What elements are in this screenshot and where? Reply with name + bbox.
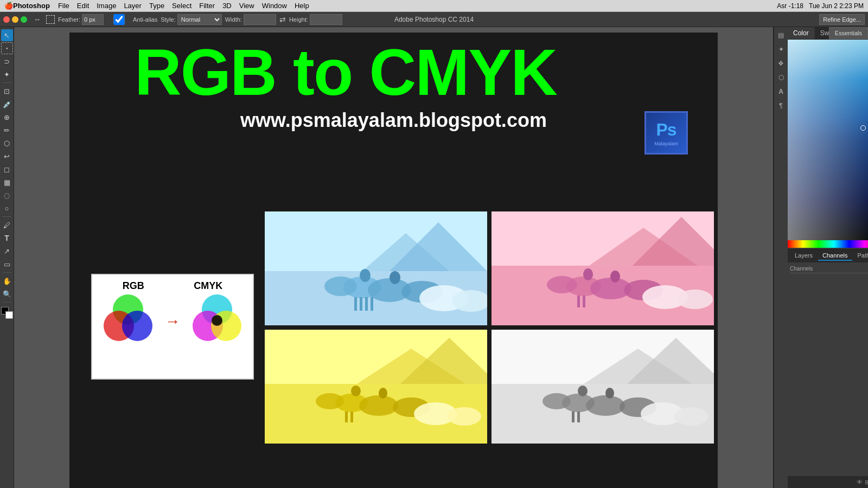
tab-layers[interactable]: Layers — [790, 251, 817, 261]
svg-rect-63 — [572, 412, 575, 422]
tool-dodge[interactable]: ○ — [1, 202, 13, 214]
tool-clone-stamp[interactable]: ⬡ — [1, 137, 13, 149]
system-status: Asr -1:18 — [777, 2, 803, 10]
tool-marq-icon[interactable] — [46, 15, 55, 24]
svg-point-60 — [586, 395, 625, 416]
color-picker[interactable] — [788, 40, 868, 249]
height-input[interactable] — [310, 14, 342, 25]
width-label: Width: — [225, 16, 242, 23]
black-image — [492, 330, 714, 444]
ps-logo-badge: Ps Malayalam — [644, 111, 688, 155]
canvas-area: RGB to CMYK www.psmalayalam.blogspot.com… — [14, 27, 773, 488]
app-name: Photoshop — [13, 2, 50, 10]
svg-rect-64 — [577, 412, 580, 422]
rgb-circles — [98, 294, 158, 349]
tool-zoom[interactable]: 🔍 — [1, 288, 13, 300]
menu-type[interactable]: Type — [149, 2, 164, 10]
tool-eraser[interactable]: ◻ — [1, 163, 13, 175]
cmyk-circles — [187, 294, 247, 349]
style-label: Style: — [161, 16, 176, 23]
tool-magic-wand[interactable]: ✦ — [1, 68, 13, 80]
menu-view[interactable]: View — [239, 2, 254, 10]
color-spectrum[interactable] — [788, 40, 868, 240]
tab-color[interactable]: Color — [788, 27, 815, 39]
anti-alias-checkbox[interactable] — [107, 14, 131, 25]
tool-text[interactable]: T — [1, 232, 13, 244]
panel-icon-3[interactable]: ❖ — [775, 57, 787, 69]
toolbox: ↖ ▪ ⊃ ✦ ⊡ 💉 ⊕ ✏ ⬡ ↩ ◻ ▦ ◌ ○ 🖊 T ↗ ▭ ✋ 🔍 — [0, 27, 14, 488]
tool-gradient[interactable]: ▦ — [1, 176, 13, 188]
tool-brush[interactable]: ✏ — [1, 124, 13, 136]
hue-strip[interactable] — [788, 240, 868, 248]
tool-history[interactable]: ↩ — [1, 150, 13, 162]
panel-icon-text[interactable]: A — [775, 86, 787, 98]
anti-alias-label: Anti-alias — [133, 16, 157, 23]
arrow-icon: → — [165, 313, 180, 330]
panel-action-row: 👁 ⊞ 🗑 — [788, 476, 868, 488]
panel-action-eye[interactable]: 👁 — [857, 479, 863, 485]
tool-eyedropper[interactable]: 💉 — [1, 98, 13, 110]
tool-lasso[interactable]: ⊃ — [1, 55, 13, 67]
close-btn[interactable] — [3, 16, 10, 23]
menu-image[interactable]: Image — [97, 2, 116, 10]
tab-channels[interactable]: Channels — [818, 251, 852, 261]
tool-shape[interactable]: ▭ — [1, 258, 13, 270]
spectrum-cursor[interactable] — [860, 125, 866, 131]
menu-layer[interactable]: Layer — [124, 2, 142, 10]
menu-file[interactable]: File — [58, 2, 69, 10]
yellow-image — [265, 330, 487, 444]
panel-icons-column: ▤ ✦ ❖ ⬡ A ¶ — [774, 27, 788, 488]
tool-blur[interactable]: ◌ — [1, 189, 13, 201]
panel-icon-para[interactable]: ¶ — [775, 100, 787, 112]
menu-filter[interactable]: Filter — [199, 2, 215, 10]
feather-input[interactable] — [82, 14, 104, 25]
image-grid — [265, 211, 714, 444]
svg-rect-48 — [345, 412, 348, 422]
height-field: Height: — [289, 14, 342, 25]
svg-point-21 — [390, 271, 400, 284]
tool-marquee[interactable]: ▪ — [1, 42, 13, 54]
svg-point-50 — [351, 386, 361, 396]
apple-menu[interactable]: 🍎 — [4, 2, 13, 10]
menu-edit[interactable]: Edit — [77, 2, 89, 10]
tool-crop[interactable]: ⊡ — [1, 85, 13, 97]
feather-field: Feather: — [58, 14, 104, 25]
document-title: Adobe Photoshop CC 2014 — [394, 16, 474, 23]
height-label: Height: — [289, 16, 308, 23]
svg-rect-19 — [371, 297, 373, 311]
tool-pen[interactable]: 🖊 — [1, 219, 13, 231]
svg-point-6 — [212, 315, 222, 326]
tool-move[interactable]: ↖ — [1, 29, 13, 41]
anti-alias-check[interactable]: Anti-alias — [107, 14, 157, 25]
menu-help[interactable]: Help — [295, 2, 309, 10]
essentials-button[interactable]: Essentials — [829, 27, 868, 39]
svg-point-15 — [324, 277, 357, 296]
tool-move-icon[interactable]: ↔ — [34, 15, 41, 23]
panel-icon-2[interactable]: ✦ — [775, 43, 787, 55]
svg-point-35 — [583, 268, 593, 280]
menu-window[interactable]: Window — [262, 2, 287, 10]
menu-select[interactable]: Select — [172, 2, 192, 10]
refine-edge-button[interactable]: Refine Edge... — [819, 14, 865, 25]
svg-point-53 — [448, 407, 481, 426]
tool-path[interactable]: ↗ — [1, 245, 13, 257]
style-dropdown[interactable]: Style: Normal Fixed Ratio Fixed Size — [161, 14, 222, 25]
width-field: Width: — [225, 14, 276, 25]
panel-action-new[interactable]: ⊞ — [865, 479, 868, 486]
tool-healing[interactable]: ⊕ — [1, 111, 13, 123]
minimize-btn[interactable] — [12, 16, 18, 23]
maximize-btn[interactable] — [21, 16, 27, 23]
tab-paths[interactable]: Paths — [853, 251, 868, 261]
cmyk-label: CMYK — [194, 280, 222, 292]
fg-bg-colors[interactable] — [1, 307, 13, 319]
style-select[interactable]: Normal Fixed Ratio Fixed Size — [177, 14, 222, 25]
swap-wh-icon[interactable]: ⇄ — [279, 15, 286, 24]
panel-icon-1[interactable]: ▤ — [775, 29, 787, 41]
panel-icon-4[interactable]: ⬡ — [775, 72, 787, 84]
svg-point-45 — [359, 395, 398, 416]
canvas-main-title: RGB to CMYK — [69, 33, 718, 106]
color-circles: → — [98, 294, 247, 349]
tool-hand[interactable]: ✋ — [1, 275, 13, 287]
width-input[interactable] — [244, 14, 276, 25]
menu-3d[interactable]: 3D — [222, 2, 232, 10]
